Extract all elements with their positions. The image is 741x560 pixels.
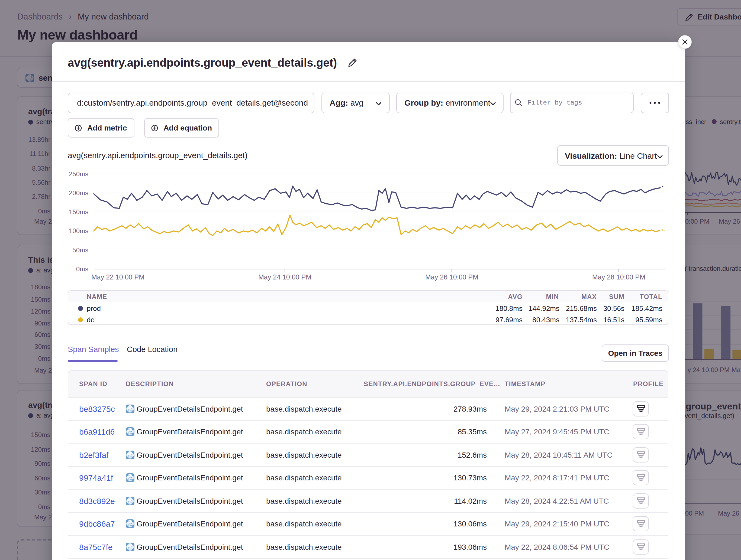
svg-text:May 26 10:00 PM: May 26 10:00 PM <box>425 273 478 281</box>
svg-text:0ms: 0ms <box>76 265 88 273</box>
svg-text:May 24 10:00 PM: May 24 10:00 PM <box>258 273 312 281</box>
svg-text:200ms: 200ms <box>69 189 88 196</box>
svg-text:150ms: 150ms <box>69 208 88 216</box>
svg-text:May 22 10:00 PM: May 22 10:00 PM <box>91 273 144 281</box>
svg-text:May 28 10:00 PM: May 28 10:00 PM <box>592 273 645 281</box>
svg-text:50ms: 50ms <box>72 246 88 254</box>
svg-text:100ms: 100ms <box>69 227 88 235</box>
svg-text:250ms: 250ms <box>69 170 88 178</box>
